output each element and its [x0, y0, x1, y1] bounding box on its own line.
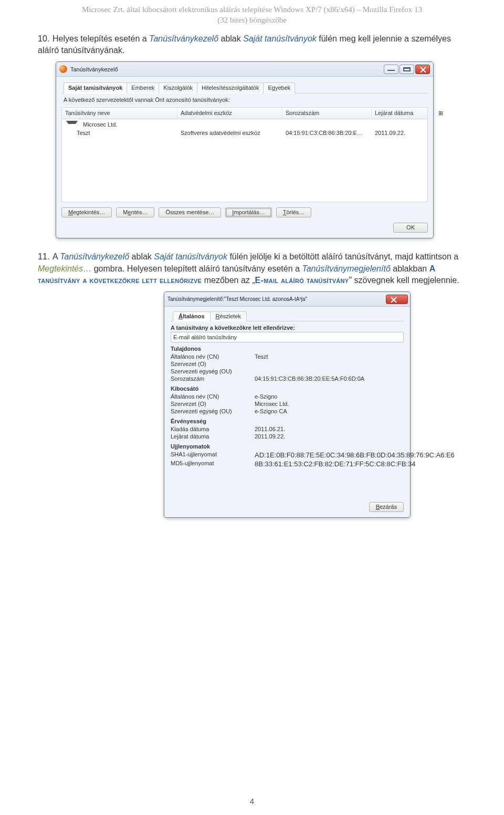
titlebar[interactable]: Tanúsítványmegjelenítő:"Teszt Microsec L…: [164, 292, 410, 307]
tab-general[interactable]: Általános: [173, 311, 211, 321]
titlebar[interactable]: Tanúsítványkezelő: [56, 62, 433, 77]
window-title: Tanúsítványmegjelenítő:"Teszt Microsec L…: [167, 296, 386, 302]
header-line-2: (32 bites) böngészőbe: [217, 16, 287, 24]
minimize-button[interactable]: [384, 65, 398, 74]
list-item[interactable]: Teszt Szoftveres adatvédelmi eszköz 04:1…: [62, 129, 427, 137]
list-header: Tanúsítvány neve Adatvédelmi eszköz Soro…: [61, 107, 428, 119]
cert-expiry: 2011.09.22.: [372, 129, 435, 137]
list-group[interactable]: Microsec Ltd.: [62, 120, 427, 129]
col-expand[interactable]: ⊞: [435, 108, 446, 119]
expand-icon[interactable]: [66, 121, 78, 126]
delete-button[interactable]: Törlés…: [276, 207, 312, 217]
list-number: 10.: [38, 33, 52, 45]
view-button[interactable]: Megtekintés…: [61, 207, 112, 217]
col-serial[interactable]: Sorozatszám: [282, 108, 372, 119]
verified-label: A tanúsítvány a következőkre lett ellenő…: [171, 325, 404, 331]
ok-button[interactable]: OK: [393, 223, 428, 233]
close-button[interactable]: [415, 65, 430, 74]
close-dialog-button[interactable]: Bezárás: [369, 502, 404, 512]
tab-strip: Általános Részletek: [171, 311, 404, 321]
page-header: Microsec Zrt. által kibocsátott elektron…: [0, 0, 504, 33]
paragraph-10: 10.Helyes telepítés esetén a Tanúsítvány…: [38, 33, 466, 57]
kv-row: Szervezeti egység (OU): [171, 368, 404, 375]
fingerprints-label: Ujjlenyomatok: [171, 443, 404, 450]
kv-row: Lejárat dátuma2011.09.22.: [171, 433, 404, 440]
kv-row: Általános név (CN)e-Szigno: [171, 393, 404, 400]
kv-row: SHA1-ujjlenyomatAD:1E:0B:F0:88:7E:5E:0C:…: [171, 451, 404, 459]
maximize-button[interactable]: [400, 65, 414, 74]
cert-viewer-window: Tanúsítványmegjelenítő:"Teszt Microsec L…: [164, 291, 411, 518]
cert-manager-window: Tanúsítványkezelő Saját tanúsítványok Em…: [56, 61, 434, 238]
import-button[interactable]: Importálás…: [225, 207, 271, 217]
header-line-1: Microsec Zrt. által kibocsátott elektron…: [82, 5, 422, 14]
kv-row: Kiadás dátuma2011.06.21.: [171, 425, 404, 433]
info-text: A következő szervezetektől vannak Önt az…: [64, 97, 426, 103]
col-tool[interactable]: Adatvédelmi eszköz: [177, 108, 282, 119]
kv-row: Szervezeti egység (OU)e-Szigno CA: [171, 408, 404, 415]
tab-servers[interactable]: Kiszolgálók: [159, 82, 197, 93]
tab-people[interactable]: Emberek: [127, 82, 159, 93]
firefox-icon: [59, 65, 67, 73]
paragraph-11: 11.A Tanúsítványkezelő ablak Saját tanús…: [38, 251, 466, 286]
kv-row: MD5-ujjlenyomat8B:33:61:E1:53:C2:FB:82:D…: [171, 459, 404, 468]
backup-button[interactable]: Mentés…: [116, 207, 154, 217]
tab-strip: Saját tanúsítványok Emberek Kiszolgálók …: [61, 82, 428, 93]
kv-row: Általános név (CN)Teszt: [171, 353, 404, 360]
col-name[interactable]: Tanúsítvány neve: [62, 108, 177, 119]
window-title: Tanúsítványkezelő: [70, 66, 384, 72]
kv-row: Szervezet (O)Microsec Ltd.: [171, 400, 404, 408]
tab-others[interactable]: Egyebek: [263, 82, 295, 93]
kv-row: Sorozatszám04:15:91:C3:CB:86:3B:20:EE:5A…: [171, 375, 404, 382]
backup-all-button[interactable]: Összes mentése…: [159, 207, 221, 217]
cert-serial: 04:15:91:C3:CB:86:3B:20:E…: [282, 129, 372, 137]
kv-row: Szervezet (O): [171, 360, 404, 368]
list-number: 11.: [38, 251, 52, 263]
verified-value: E-mail aláíró tanúsítvány: [171, 332, 404, 342]
tab-own-certs[interactable]: Saját tanúsítványok: [64, 82, 127, 93]
issuer-label: Kibocsátó: [171, 385, 404, 392]
tab-details[interactable]: Részletek: [210, 311, 247, 321]
cert-tool: Szoftveres adatvédelmi eszköz: [177, 129, 282, 137]
page-number: 4: [0, 797, 504, 806]
close-button[interactable]: [386, 295, 408, 304]
tab-authorities[interactable]: Hitelesítésszolgáltatók: [197, 82, 264, 93]
subject-label: Tulajdonos: [171, 346, 404, 352]
col-expiry[interactable]: Lejárat dátuma: [372, 108, 435, 119]
validity-label: Érvényesség: [171, 418, 404, 424]
cert-list[interactable]: Microsec Ltd. Teszt Szoftveres adatvédel…: [61, 119, 428, 202]
cert-name: Teszt: [62, 129, 177, 137]
